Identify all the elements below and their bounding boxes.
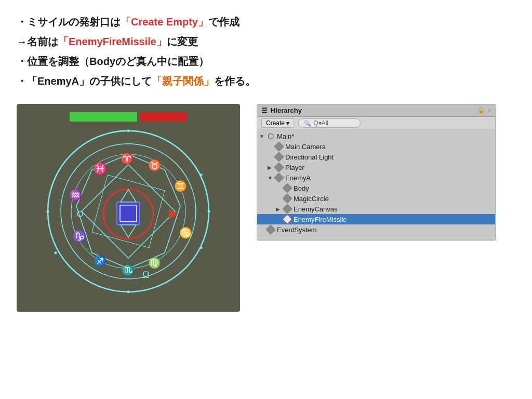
health-bar-green — [70, 112, 137, 122]
hierarchy-item-body[interactable]: Body — [257, 183, 495, 193]
hierarchy-title: ☰ Hierarchy — [261, 107, 302, 114]
svg-text:♐: ♐ — [94, 255, 107, 267]
svg-point-24 — [127, 129, 130, 132]
top-text-section: ・ミサイルの発射口は「Create Empty」で作成 →名前は「EnemyFi… — [0, 0, 532, 100]
svg-point-27 — [47, 210, 49, 212]
create-button[interactable]: Create ▾ — [261, 118, 294, 128]
game-scene-panel: ♓ ♈ ♉ ♊ ♋ ♒ ♑ ♐ ♏ ♍ Ω — [17, 104, 240, 312]
hierarchy-panel: ☰ Hierarchy 🔒 ≡ Create ▾ 🔍 Q▾All ▼⬡Main*… — [257, 104, 496, 241]
hierarchy-item-eventSystem[interactable]: EventSystem — [257, 224, 495, 235]
menu-icon[interactable]: ≡ — [488, 108, 491, 114]
svg-point-30 — [200, 246, 203, 249]
create-label: Create ▾ — [266, 119, 289, 127]
hierarchy-item-enemyA[interactable]: ▼EnemyA — [257, 172, 495, 183]
icon-enemyA — [275, 174, 283, 182]
icon-enemyFireMissile — [283, 215, 291, 223]
svg-text:♈: ♈ — [121, 152, 134, 165]
health-bar-red — [140, 112, 187, 122]
hierarchy-title-controls[interactable]: 🔒 ≡ — [477, 107, 491, 114]
label-enemyA: EnemyA — [285, 174, 311, 182]
label-magicCircle: MagicCircle — [294, 195, 329, 203]
hierarchy-scrollbar[interactable] — [257, 236, 495, 240]
hierarchy-item-main[interactable]: ▼⬡Main* — [257, 131, 495, 141]
svg-point-26 — [208, 210, 210, 212]
arrow-main[interactable]: ▼ — [259, 134, 267, 139]
line1-post: で作成 — [208, 16, 240, 28]
hierarchy-toolbar: Create ▾ 🔍 Q▾All — [257, 117, 495, 130]
health-bars — [70, 112, 187, 122]
icon-main: ⬡ — [267, 132, 275, 140]
icon-player — [275, 163, 283, 171]
svg-point-25 — [200, 174, 203, 176]
svg-text:♋: ♋ — [179, 227, 192, 239]
svg-text:♒: ♒ — [69, 189, 82, 201]
svg-text:♉: ♉ — [148, 159, 161, 171]
icon-body — [283, 184, 291, 192]
svg-text:♓: ♓ — [93, 162, 108, 176]
hierarchy-item-player[interactable]: ▶Player — [257, 162, 495, 172]
text-line-4: ・「EnemyA」の子供にして「親子関係」を作る。 — [17, 72, 515, 90]
label-directionalLight: Directional Light — [285, 153, 334, 161]
hierarchy-item-magicCircle[interactable]: MagicCircle — [257, 193, 495, 204]
text-line-1: ・ミサイルの発射口は「Create Empty」で作成 — [17, 12, 515, 31]
svg-text:♏: ♏ — [122, 264, 135, 276]
icon-enemyCanvas — [283, 205, 291, 213]
hierarchy-item-directionalLight[interactable]: Directional Light — [257, 152, 495, 162]
line4-highlight: 「親子関係」 — [152, 75, 214, 87]
line2-highlight: 「EnemyFireMissile」 — [58, 36, 167, 47]
hierarchy-title-label: Hierarchy — [271, 107, 302, 114]
hierarchy-menu-icon: ☰ — [261, 107, 268, 114]
svg-point-12 — [77, 211, 83, 217]
hierarchy-item-enemyCanvas[interactable]: ▶EnemyCanvas — [257, 204, 495, 214]
svg-text:♑: ♑ — [72, 229, 87, 243]
icon-mainCamera — [275, 142, 283, 151]
label-eventSystem: EventSystem — [277, 226, 317, 234]
line2-post: に変更 — [167, 36, 198, 47]
hierarchy-list: ▼⬡Main*Main CameraDirectional Light▶Play… — [257, 130, 495, 236]
hierarchy-item-enemyFireMissile[interactable]: EnemyFireMissile — [257, 214, 495, 224]
label-body: Body — [294, 184, 309, 192]
svg-text:Ω: Ω — [142, 270, 149, 280]
search-box[interactable]: 🔍 Q▾All — [298, 118, 361, 128]
label-enemyCanvas: EnemyCanvas — [294, 205, 338, 213]
icon-eventSystem — [267, 225, 275, 234]
svg-marker-10 — [121, 225, 136, 237]
label-mainCamera: Main Camera — [285, 143, 326, 151]
magic-circle: ♓ ♈ ♉ ♊ ♋ ♒ ♑ ♐ ♏ ♍ Ω — [40, 123, 217, 300]
text-line-3: ・位置を調整（Bodyのど真ん中に配置） — [17, 52, 515, 71]
svg-point-28 — [55, 251, 57, 254]
label-enemyFireMissile: EnemyFireMissile — [294, 216, 347, 223]
text-line-2: →名前は「EnemyFireMissile」に変更 — [17, 32, 515, 51]
line1-pre: ・ミサイルの発射口は — [17, 16, 121, 28]
hierarchy-titlebar: ☰ Hierarchy 🔒 ≡ — [257, 104, 495, 117]
svg-marker-9 — [121, 190, 136, 202]
svg-text:♊: ♊ — [174, 180, 187, 192]
line1-highlight: 「Create Empty」 — [121, 16, 208, 28]
svg-point-29 — [127, 290, 130, 293]
bottom-section: ♓ ♈ ♉ ♊ ♋ ♒ ♑ ♐ ♏ ♍ Ω — [0, 100, 532, 312]
label-main: Main* — [277, 132, 294, 140]
lock-icon[interactable]: 🔒 — [477, 107, 485, 114]
line2-pre: →名前は — [17, 36, 58, 47]
line4-pre: ・「EnemyA」の子供にして — [17, 75, 152, 87]
svg-text:♍: ♍ — [148, 257, 161, 269]
label-player: Player — [285, 164, 304, 171]
hierarchy-item-mainCamera[interactable]: Main Camera — [257, 141, 495, 152]
line4-post: を作る。 — [214, 75, 256, 87]
search-placeholder: Q▾All — [313, 119, 328, 127]
icon-magicCircle — [283, 194, 291, 203]
icon-directionalLight — [275, 153, 283, 161]
search-icon: 🔍 — [304, 120, 311, 127]
